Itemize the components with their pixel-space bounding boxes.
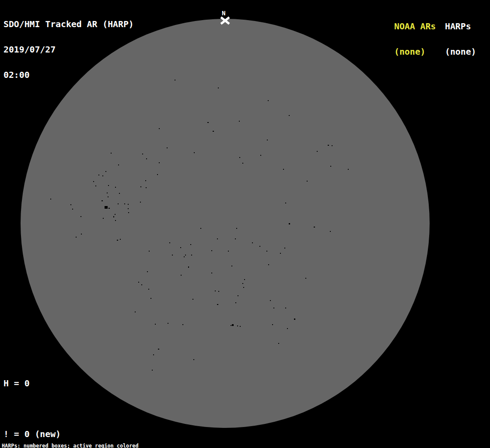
sunspot [200, 228, 201, 229]
sunspot [289, 115, 290, 116]
sunspot [217, 238, 218, 239]
sunspot [307, 181, 308, 182]
sunspot [135, 312, 136, 312]
sunspot [192, 299, 193, 300]
sunspot [188, 266, 189, 268]
sunspot [215, 290, 216, 291]
sunspot [119, 193, 120, 194]
harp-count: H = 0 [4, 379, 102, 388]
harps-value: (none) [445, 48, 476, 56]
sunspot [328, 145, 329, 146]
sunspot [102, 175, 103, 176]
sunspot [80, 216, 81, 217]
sunspot [259, 246, 260, 247]
sunspot [181, 275, 182, 276]
sunspot [231, 325, 231, 326]
sunspot [235, 238, 236, 239]
sunspot [317, 151, 318, 152]
sunspot [294, 318, 295, 320]
sunspot [193, 359, 194, 360]
sunspot [267, 140, 268, 140]
sunspot [268, 264, 269, 265]
sunspot [142, 154, 143, 154]
sunspot [117, 240, 118, 241]
sunspot [236, 228, 237, 229]
sunspot [270, 300, 271, 301]
sunspot [93, 181, 94, 182]
sunspot [76, 237, 77, 238]
header-date: 2019/07/27 [4, 46, 134, 54]
sunspot [118, 203, 119, 204]
sunspot [180, 247, 181, 248]
sunspot [330, 231, 331, 232]
sunspot [289, 223, 290, 224]
sunspot [146, 187, 147, 188]
sunspot [105, 171, 106, 172]
sunspot [159, 128, 160, 129]
sunspot [239, 121, 240, 122]
sunspot [194, 152, 195, 153]
sunspot [268, 100, 269, 101]
page-title: SDO/HMI Tracked AR (HARP) [4, 20, 134, 28]
noaa-ars-label: NOAA ARs [394, 22, 436, 31]
sunspot [158, 349, 159, 350]
sunspot [285, 308, 286, 308]
sunspot [243, 287, 244, 288]
sunspot [305, 278, 306, 279]
sunspot [138, 282, 139, 283]
sunspot [240, 326, 241, 327]
harps-status: HARPs (none) [445, 5, 476, 73]
sunspot [172, 255, 173, 256]
sunspot [50, 199, 51, 200]
sunspot [120, 239, 121, 240]
sunspot [155, 324, 156, 325]
sunspot [238, 295, 238, 296]
sunspot [128, 208, 129, 209]
sunspot [211, 273, 212, 273]
noaa-ars-value: (none) [394, 48, 436, 56]
sunspot [273, 308, 274, 308]
sunspot [314, 227, 315, 228]
sunspot [70, 204, 71, 205]
sunspot [108, 196, 108, 197]
sunspot [128, 204, 129, 205]
sunspot [146, 158, 147, 159]
sunspot [211, 250, 212, 251]
footer-harps-note: HARPs: numbered boxes; active region col… [2, 443, 182, 448]
sunspot [108, 208, 110, 209]
harps-label: HARPs [445, 22, 476, 31]
sunspot [235, 302, 236, 303]
sunspot [159, 162, 160, 163]
sunspot [213, 131, 214, 132]
north-pole-label: N [222, 10, 225, 16]
sunspot [242, 163, 243, 164]
sunspot [191, 255, 192, 256]
sunspot [149, 251, 150, 252]
sunspot [150, 298, 151, 299]
sunspot [141, 284, 142, 285]
sunspot [102, 200, 103, 201]
sunspot [278, 343, 279, 344]
sunspot [140, 186, 141, 187]
sunspot [124, 203, 125, 204]
header-time: 02:00 [4, 71, 134, 79]
sunspot [115, 214, 116, 215]
sunspot [239, 157, 240, 158]
sunspot [168, 323, 168, 324]
sunspot [332, 145, 332, 146]
sunspot [217, 304, 218, 305]
sunspot [98, 175, 99, 175]
sunspot [115, 220, 116, 221]
sunspot [145, 180, 146, 181]
sunspot [81, 234, 82, 234]
sunspot [272, 324, 273, 325]
sunspot [153, 354, 154, 355]
sunspot [95, 186, 96, 186]
sunspot [147, 271, 148, 272]
sunspot [184, 256, 185, 257]
noaa-ars-status: NOAA ARs (none) [394, 5, 436, 73]
sunspot [348, 169, 349, 170]
footer-notes: HARPs: numbered boxes; active region col… [2, 433, 182, 448]
sunspot [140, 202, 141, 203]
sunspot [242, 283, 243, 284]
